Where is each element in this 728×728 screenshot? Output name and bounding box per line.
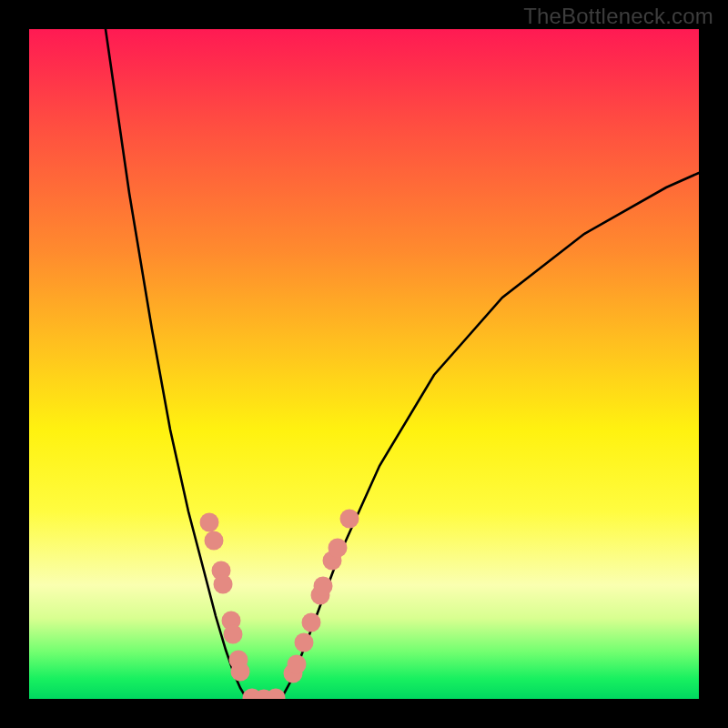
- chart-svg: [29, 29, 699, 699]
- marker-point: [288, 655, 307, 674]
- outer-frame: TheBottleneck.com: [0, 0, 728, 728]
- marker-point: [224, 625, 243, 644]
- v-curve: [106, 29, 699, 699]
- watermark-label: TheBottleneck.com: [523, 4, 713, 29]
- marker-point: [329, 539, 348, 558]
- marker-point: [200, 513, 219, 532]
- marker-group: [200, 510, 359, 700]
- marker-point: [267, 689, 286, 700]
- curve-group: [106, 29, 699, 699]
- marker-point: [314, 577, 333, 596]
- marker-point: [295, 633, 314, 652]
- marker-point: [205, 531, 224, 551]
- marker-point: [340, 510, 359, 529]
- plot-area: [29, 29, 699, 699]
- marker-point: [302, 613, 321, 632]
- marker-point: [214, 575, 233, 594]
- marker-point: [231, 662, 250, 682]
